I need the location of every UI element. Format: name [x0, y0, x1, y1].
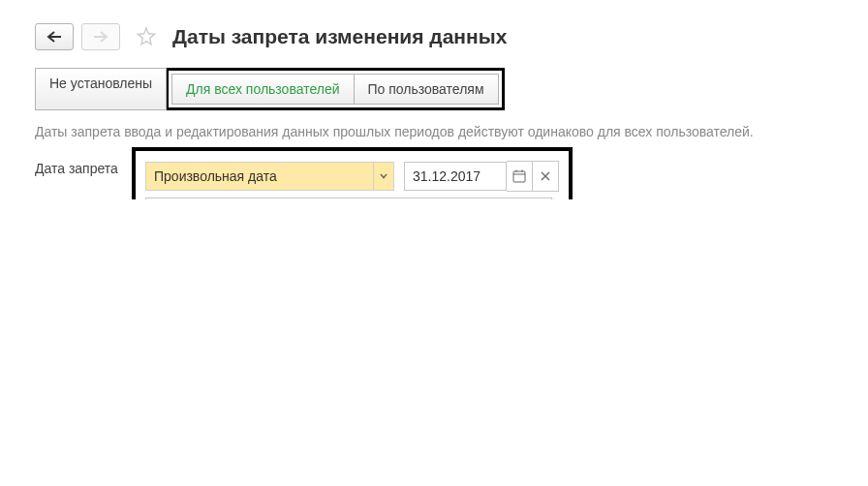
arrow-left-icon	[46, 31, 62, 43]
date-value-input[interactable]: 31.12.2017	[404, 162, 507, 191]
tab-by-users[interactable]: По пользователям	[354, 74, 499, 105]
favorite-button[interactable]	[132, 24, 161, 49]
dropdown-item[interactable]: Не установлена	[146, 198, 551, 199]
date-ban-label: Дата запрета	[35, 161, 118, 176]
star-icon	[136, 26, 157, 47]
forward-button[interactable]	[81, 23, 120, 50]
clear-date-button[interactable]	[533, 161, 559, 192]
date-selection-frame: Произвольная дата 31.12.2017	[132, 147, 573, 199]
description-text: Даты запрета ввода и редактирования данн…	[35, 124, 833, 139]
close-icon	[541, 171, 550, 181]
tab-for-all-users[interactable]: Для всех пользователей	[171, 74, 354, 105]
calendar-button[interactable]	[507, 161, 533, 192]
date-mode-dropdown-button[interactable]	[373, 163, 393, 190]
chevron-down-icon	[380, 173, 388, 179]
calendar-icon	[512, 169, 526, 183]
date-mode-combo[interactable]: Произвольная дата	[145, 162, 394, 191]
back-button[interactable]	[35, 23, 74, 50]
tabs-bar: Не установлены Для всех пользователей По…	[35, 68, 833, 110]
svg-rect-0	[513, 171, 525, 182]
date-mode-dropdown-list: Не установленаПроизвольная датаКонец про…	[145, 197, 552, 199]
arrow-right-icon	[93, 31, 108, 43]
tabs-highlight-frame: Для всех пользователей По пользователям	[166, 68, 504, 110]
date-mode-value: Произвольная дата	[146, 163, 373, 190]
tab-not-set[interactable]: Не установлены	[35, 68, 167, 110]
page-title: Даты запрета изменения данных	[172, 25, 507, 48]
